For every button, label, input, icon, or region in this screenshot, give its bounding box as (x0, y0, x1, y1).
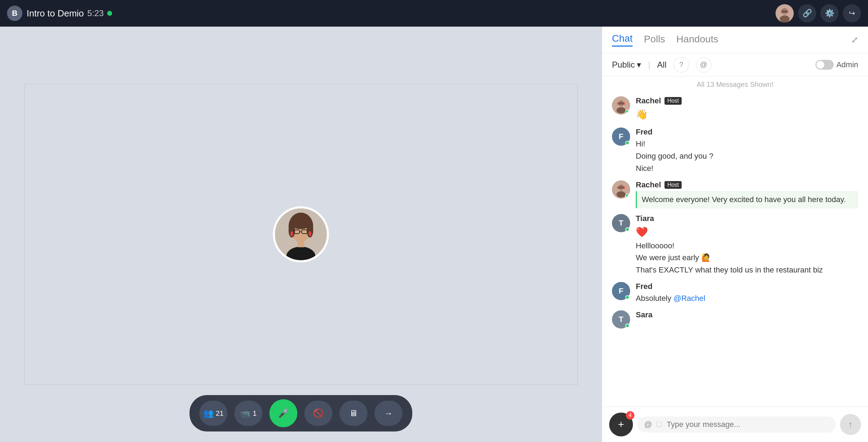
message-content: Rachel Host 👋 (636, 96, 858, 122)
filter-dropdown[interactable]: Public ▾ (612, 60, 641, 70)
sender-name: Rachel (636, 96, 661, 105)
tab-polls[interactable]: Polls (644, 34, 665, 46)
checkbox-icon[interactable]: ☐ (656, 420, 662, 429)
top-bar-right: 🔗 ⚙️ ↪ (776, 4, 861, 22)
filter-label: Public (612, 60, 635, 70)
mic-button[interactable]: 🎤 (269, 399, 297, 427)
host-badge: Host (664, 97, 682, 105)
admin-toggle[interactable] (815, 60, 834, 70)
svg-point-17 (290, 231, 293, 236)
add-button[interactable]: + 4 (609, 413, 633, 436)
message-content: Tiara ❤️ Helllooooo! We were just early … (636, 214, 858, 276)
message-bubble: That's EXACTLY what they told us in the … (636, 264, 858, 276)
chat-input-wrapper: @ ☐ (637, 416, 836, 433)
message-header: Fred (636, 127, 858, 137)
notification-badge: 4 (626, 411, 634, 420)
session-title: Intro to Demio (27, 8, 84, 19)
svg-point-28 (624, 103, 625, 105)
message-group: F Fred Absolutely @Rachel (602, 279, 868, 308)
at-icon[interactable]: @ (644, 420, 652, 429)
message-bubble: Nice! (636, 163, 858, 175)
rachel-avatar (612, 180, 630, 199)
camera-count: 1 (253, 409, 256, 417)
session-letter: B (7, 6, 22, 21)
svg-point-35 (617, 187, 619, 189)
online-indicator (625, 324, 629, 328)
video-off-button[interactable]: 🚫 (304, 401, 332, 426)
filter-bar: Public ▾ | All ? @ Admin (602, 53, 868, 76)
camera-count-button[interactable]: 📹 1 (234, 401, 262, 426)
message-content: Rachel Host Welcome everyone! Very excit… (636, 180, 858, 209)
link-icon-button[interactable]: 🔗 (798, 4, 816, 22)
host-avatar (776, 4, 794, 22)
sender-name: Sara (636, 310, 653, 319)
fred-avatar: F (612, 127, 630, 146)
message-content: Sara (636, 310, 858, 321)
filter-separator: | (648, 60, 650, 69)
svg-point-23 (616, 107, 626, 113)
help-icon-button[interactable]: ? (674, 57, 689, 72)
svg-point-2 (780, 15, 790, 22)
message-bubble: We were just early 🙋 (636, 252, 858, 264)
expand-icon[interactable]: ⤢ (851, 35, 858, 45)
settings-icon-button[interactable]: ⚙️ (820, 4, 839, 22)
attendee-count-button[interactable]: 👥 21 (199, 401, 227, 426)
svg-point-31 (616, 191, 626, 198)
message-header: Rachel Host (636, 180, 858, 189)
svg-point-27 (617, 103, 619, 105)
message-group: Rachel Host 👋 (602, 94, 868, 125)
host-badge: Host (664, 181, 682, 189)
messages-list: Rachel Host 👋 F Fred Hi! Doing good, and… (602, 91, 868, 407)
rachel-avatar (612, 96, 630, 115)
online-indicator (625, 141, 629, 145)
main-content: 👥 21 📹 1 🎤 🚫 🖥 → Chat Polls Handouts ⤢ P… (0, 27, 868, 442)
video-stage (24, 84, 578, 385)
online-indicator (625, 295, 629, 299)
sender-name: Fred (636, 127, 653, 137)
filter-admin: Admin (815, 60, 858, 70)
chat-input[interactable] (667, 420, 829, 429)
message-bubble: Absolutely @Rachel (636, 292, 858, 305)
message-bubble: 👋 (636, 107, 858, 122)
svg-point-1 (781, 8, 788, 14)
top-bar: B Intro to Demio 5:23 🔗 ⚙️ ↪ (0, 0, 868, 27)
svg-rect-20 (298, 241, 304, 248)
send-button[interactable]: ↑ (840, 414, 861, 435)
message-header: Rachel Host (636, 96, 858, 105)
svg-point-18 (309, 231, 311, 236)
admin-label: Admin (836, 60, 858, 69)
sender-name: Tiara (636, 214, 654, 223)
svg-point-6 (781, 11, 782, 13)
session-timer: 5:23 (87, 8, 104, 18)
exit-icon-button[interactable]: ↪ (843, 4, 861, 22)
presenter-avatar (273, 206, 329, 262)
message-bubble: Helllooooo! (636, 240, 858, 252)
attendee-count: 21 (216, 409, 223, 417)
sara-avatar: T (612, 310, 630, 329)
message-bubble: Doing good, and you ? (636, 150, 858, 163)
message-group: T Tiara ❤️ Helllooooo! We were just earl… (602, 211, 868, 279)
online-indicator (625, 227, 629, 232)
chevron-down-icon: ▾ (637, 60, 641, 70)
tab-handouts[interactable]: Handouts (676, 34, 718, 46)
at-filter-button[interactable]: @ (696, 57, 711, 72)
message-header: Tiara (636, 214, 858, 223)
svg-point-36 (624, 187, 625, 189)
message-bubble-highlight: Welcome everyone! Very excited to have y… (636, 191, 858, 209)
mention-tag: @Rachel (674, 294, 705, 303)
filter-all[interactable]: All (657, 60, 667, 70)
message-bubble: ❤️ (636, 225, 858, 240)
tiara-avatar: T (612, 214, 630, 232)
top-bar-left: B Intro to Demio 5:23 (7, 6, 112, 21)
sender-name: Rachel (636, 180, 661, 189)
online-indicator (625, 110, 629, 114)
leave-button[interactable]: → (374, 401, 402, 426)
message-header: Sara (636, 310, 858, 319)
chat-panel: Chat Polls Handouts ⤢ Public ▾ | All ? @… (602, 27, 868, 442)
message-group: T Sara (602, 308, 868, 331)
screen-share-button[interactable]: 🖥 (339, 401, 367, 426)
message-header: Fred (636, 282, 858, 291)
message-group: Rachel Host Welcome everyone! Very excit… (602, 178, 868, 212)
session-info: Intro to Demio 5:23 (27, 8, 112, 19)
tab-chat[interactable]: Chat (612, 33, 633, 47)
